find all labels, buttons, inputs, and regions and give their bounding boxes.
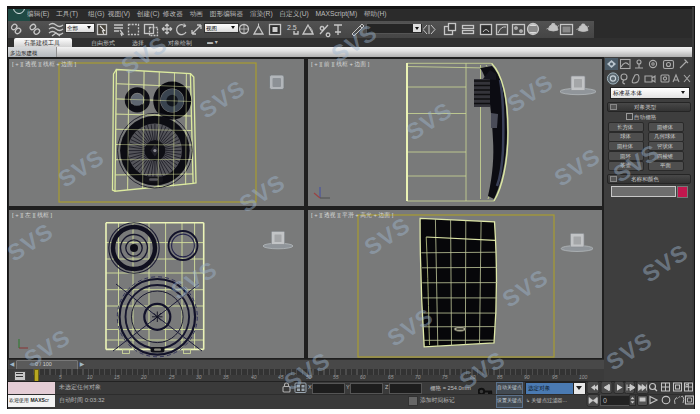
- svg-text:2.5: 2.5: [287, 24, 297, 31]
- svg-text:0: 0: [603, 397, 607, 404]
